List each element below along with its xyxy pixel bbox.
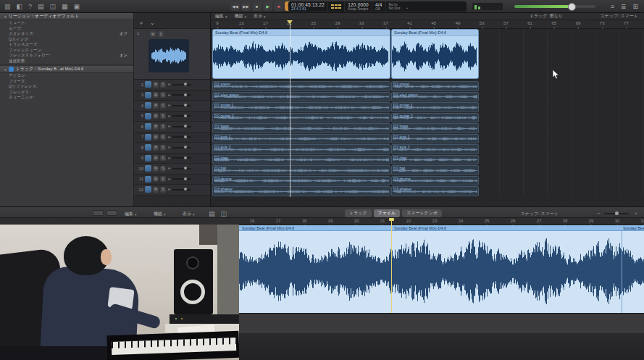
audio-region[interactable]: D2 guitar 1: [391, 102, 479, 112]
note-pads-icon[interactable]: ≣: [621, 3, 627, 10]
mute-button[interactable]: M: [153, 103, 159, 109]
track-header[interactable]: 12MS: [134, 185, 210, 196]
playhead-handle[interactable]: [287, 20, 293, 24]
solo-button[interactable]: S: [158, 31, 164, 37]
pan-knob[interactable]: [167, 135, 171, 139]
smart-controls-icon[interactable]: ◫: [50, 3, 57, 10]
audio-region[interactable]: D3 shaker: [391, 186, 479, 196]
playhead-handle[interactable]: [389, 218, 394, 221]
mute-button[interactable]: M: [153, 176, 159, 182]
toolbar-icon[interactable]: ▤: [38, 3, 44, 10]
track-sort-button[interactable]: ⌄: [150, 20, 155, 26]
inspector-icon[interactable]: ◧: [17, 3, 23, 10]
audio-region[interactable]: D2 kick 2: [391, 144, 479, 154]
mute-button[interactable]: M: [153, 145, 159, 151]
audio-region[interactable]: D3 drums: [391, 176, 479, 186]
solo-button[interactable]: S: [160, 92, 166, 98]
track-header[interactable]: 5MS: [134, 112, 210, 122]
pan-knob[interactable]: [167, 125, 171, 128]
track-header[interactable]: 9MS: [134, 154, 210, 164]
solo-button[interactable]: S: [160, 166, 166, 172]
track-header[interactable]: 11MS: [134, 175, 210, 185]
editor-tab[interactable]: トラック: [345, 209, 372, 217]
zoom-slider[interactable]: [604, 213, 629, 214]
track-header[interactable]: 6MS: [134, 122, 210, 133]
pan-knob[interactable]: [167, 104, 171, 107]
region-inspector-row[interactable]: トランスポーズ:: [0, 42, 133, 48]
tool-menu-icon[interactable]: ▤: [209, 210, 215, 217]
volume-slider[interactable]: [172, 178, 191, 180]
audio-region[interactable]: Sunday Beat (Final Mix)-D4.6: [391, 29, 479, 79]
edit-menu[interactable]: 編集▾: [125, 211, 137, 217]
pan-knob[interactable]: [167, 188, 171, 191]
audio-region[interactable]: D2 clap: [212, 155, 390, 165]
audio-region[interactable]: D2 elec piano: [212, 92, 390, 102]
audio-region[interactable]: D3 drums: [212, 176, 390, 186]
chevron-down-icon[interactable]: ⌄: [403, 4, 411, 9]
volume-slider[interactable]: [172, 189, 191, 191]
audio-region[interactable]: D2 guitar 1: [212, 102, 390, 112]
view-menu[interactable]: 表示▾: [254, 13, 266, 20]
region-inspector-row[interactable]: 速度変更:: [0, 59, 133, 64]
library-icon[interactable]: ▥: [4, 3, 11, 10]
pan-knob[interactable]: [167, 146, 171, 149]
mute-button[interactable]: M: [150, 31, 156, 37]
audio-region[interactable]: Sunday Beat (Final Mix)-D4.6: [212, 29, 390, 79]
lcd-display[interactable]: 01:00:45:13.22 23 4 1 61 120.0000 Keep T…: [288, 1, 467, 12]
zoom-tool-icon[interactable]: ◫: [221, 210, 227, 217]
region-inspector-row[interactable]: ループ:: [0, 26, 133, 32]
audio-region[interactable]: D2 guitar 2: [212, 113, 390, 123]
mute-button[interactable]: M: [153, 82, 159, 88]
region-inspector-row[interactable]: クオンタイズ:オフ: [0, 31, 133, 37]
solo-button[interactable]: S: [160, 103, 166, 109]
volume-slider[interactable]: [172, 105, 191, 106]
audio-region[interactable]: D2 piano: [212, 81, 390, 91]
solo-button[interactable]: S: [160, 82, 166, 88]
volume-slider[interactable]: [172, 168, 191, 169]
catch-playhead-button[interactable]: [93, 210, 104, 216]
mute-button[interactable]: M: [153, 92, 159, 98]
track-header-main[interactable]: 1 M S: [134, 29, 210, 80]
pan-knob[interactable]: [167, 177, 171, 181]
bottom-bar-ruler[interactable]: 16171819202122232425262728293031: [239, 218, 644, 225]
solo-button[interactable]: S: [160, 134, 166, 140]
solo-button[interactable]: S: [160, 155, 166, 161]
snap-mode-menu[interactable]: スナップ: スマート: [521, 211, 559, 217]
solo-button[interactable]: S: [160, 113, 166, 119]
track-header[interactable]: 3MS: [134, 91, 210, 101]
quick-help-icon[interactable]: ?: [28, 3, 32, 10]
region-inspector-header[interactable]: ▾ リージョン：オーディオデフォルト: [0, 13, 133, 20]
master-volume-slider[interactable]: [514, 5, 595, 8]
editor-tab[interactable]: スマートテンポ: [402, 209, 442, 217]
audio-region[interactable]: D2 piano: [391, 81, 479, 91]
editors-icon[interactable]: ▣: [74, 3, 80, 10]
track-inspector-header[interactable]: ▾ トラック：Sunday B...al Mix)-D4.6: [0, 66, 133, 73]
add-track-button[interactable]: ＋: [138, 20, 144, 26]
view-menu[interactable]: 表示▾: [183, 211, 195, 217]
track-header[interactable]: 7MS: [134, 133, 210, 143]
mute-button[interactable]: M: [153, 124, 159, 130]
editor-tab[interactable]: ファイル: [374, 209, 401, 217]
selected-region-titlebar[interactable]: Sunday Beat (Final Mix)-D4.6Sunday Beat …: [239, 225, 644, 231]
track-inspector-row[interactable]: フレックス:: [0, 90, 133, 96]
audio-region[interactable]: D2 hat: [212, 165, 390, 175]
track-header[interactable]: 2MS: [134, 80, 210, 91]
forward-button[interactable]: ▶▶: [241, 1, 251, 11]
track-inspector-row[interactable]: チューニング:: [0, 95, 133, 101]
pan-knob[interactable]: [167, 114, 171, 118]
zoom-out-icon[interactable]: −: [597, 210, 600, 217]
region-inspector-row[interactable]: フレックス＆フォロー:オン: [0, 53, 133, 59]
mixer-icon[interactable]: ▦: [62, 3, 68, 10]
region-inspector-row[interactable]: ファインチューン:: [0, 48, 133, 54]
region-inspector-row[interactable]: ミュート:: [0, 20, 133, 26]
solo-button[interactable]: S: [160, 145, 166, 151]
playhead[interactable]: [290, 20, 290, 197]
volume-slider[interactable]: [172, 147, 191, 148]
rewind-button[interactable]: ◀◀: [230, 1, 240, 11]
audio-region[interactable]: D2 bass: [391, 123, 479, 133]
audio-region[interactable]: D2 kick 1: [212, 134, 390, 144]
audio-region[interactable]: D2 kick 1: [391, 134, 479, 144]
pan-knob[interactable]: [167, 156, 171, 160]
pan-knob[interactable]: [167, 83, 171, 86]
playhead[interactable]: [391, 218, 392, 313]
